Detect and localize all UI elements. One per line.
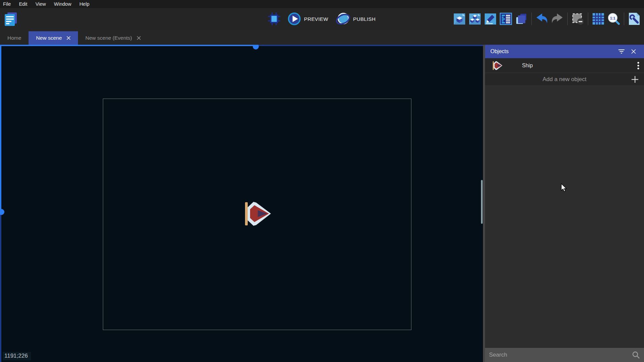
filter-icon[interactable] (616, 46, 627, 57)
close-tab-icon[interactable] (67, 36, 71, 40)
tab-new-scene[interactable]: New scene (29, 31, 78, 45)
objects-panel: Objects Ship Add a new obje (485, 45, 644, 362)
tab-new-scene-label: New scene (36, 35, 62, 41)
tab-home[interactable]: Home (0, 31, 29, 45)
undo-icon (535, 13, 549, 25)
object-name: Ship (522, 63, 637, 69)
properties-pencil-icon (484, 12, 497, 26)
canvas-vscrollbar[interactable] (0, 45, 1, 212)
canvas-hscrollbar[interactable] (256, 45, 483, 46)
toggle-grid-button[interactable] (591, 11, 606, 27)
menu-bar: File Edit View Window Help (0, 0, 644, 8)
menu-view[interactable]: View (31, 0, 50, 8)
deselect-instances-button[interactable] (570, 11, 586, 27)
objects-panel-empty-area (485, 86, 644, 348)
open-objects-editor-button[interactable] (452, 11, 467, 27)
menu-edit[interactable]: Edit (15, 0, 31, 8)
toolbar-divider (531, 12, 532, 25)
scene-editor-canvas[interactable]: 1191;226 (0, 45, 483, 362)
object-search-input[interactable] (489, 352, 632, 358)
debugger-button[interactable] (267, 11, 282, 27)
toolbar-divider (624, 12, 624, 25)
open-layers-button[interactable] (514, 11, 529, 27)
ship-thumbnail-icon (492, 61, 502, 71)
editor-tab-bar: Home New scene New scene (Events) (0, 30, 644, 45)
canvas-hscrollbar-thumb[interactable] (253, 45, 259, 49)
main-toolbar: PREVIEW PUBLISH (0, 8, 644, 30)
objects-panel-header: Objects (485, 45, 644, 58)
add-object-button[interactable]: Add a new object (485, 73, 644, 86)
canvas-vscrollbar-thumb[interactable] (0, 209, 4, 215)
plus-icon (631, 76, 639, 83)
objects-editor-icon (453, 12, 466, 26)
toolbar-divider (588, 12, 588, 25)
canvas-right-scrollbar-thumb[interactable] (481, 180, 483, 224)
project-manager-icon (3, 12, 17, 27)
tab-new-scene-events-label: New scene (Events) (85, 35, 132, 41)
svg-text:1:1: 1:1 (610, 16, 615, 20)
object-list-item-ship[interactable]: Ship (485, 58, 644, 73)
instances-list-icon (499, 12, 513, 26)
close-tab-icon[interactable] (137, 36, 141, 40)
publish-globe-icon (335, 11, 350, 26)
menu-window[interactable]: Window (50, 0, 76, 8)
open-settings-button[interactable] (627, 11, 642, 27)
preview-label: PREVIEW (304, 16, 328, 22)
close-panel-icon[interactable] (629, 46, 639, 57)
tab-home-label: Home (7, 35, 21, 41)
canvas-vscrollbar[interactable] (0, 212, 1, 362)
add-object-label: Add a new object (542, 76, 586, 83)
cursor-coordinates: 1191;226 (3, 352, 31, 360)
open-object-groups-button[interactable] (467, 11, 483, 27)
toolbar-divider (567, 12, 568, 25)
ship-instance[interactable] (242, 200, 271, 227)
layers-icon (515, 12, 528, 26)
debugger-icon (268, 12, 281, 26)
canvas-hscrollbar[interactable] (0, 45, 256, 46)
search-icon (632, 351, 640, 359)
settings-wrench-icon (628, 12, 641, 26)
objects-panel-title: Objects (490, 48, 509, 55)
publish-label: PUBLISH (353, 16, 375, 22)
object-search-bar (485, 348, 644, 362)
object-menu-kebab-icon[interactable] (637, 62, 639, 70)
zoom-1-1-icon: 1:1 (607, 12, 620, 26)
preview-button[interactable]: PREVIEW (285, 10, 330, 27)
open-instances-list-button[interactable] (498, 11, 514, 27)
menu-file[interactable]: File (0, 0, 15, 8)
redo-button[interactable] (550, 11, 565, 27)
project-manager-button[interactable] (3, 11, 18, 28)
deselect-icon (571, 12, 585, 26)
zoom-original-button[interactable]: 1:1 (606, 11, 621, 27)
publish-button[interactable]: PUBLISH (333, 10, 377, 28)
grid-icon (592, 12, 605, 26)
open-properties-button[interactable] (483, 11, 498, 27)
preview-play-icon (287, 12, 301, 26)
tab-new-scene-events[interactable]: New scene (Events) (78, 31, 148, 45)
redo-icon (551, 13, 564, 25)
undo-button[interactable] (534, 11, 550, 27)
menu-help[interactable]: Help (75, 0, 93, 8)
object-groups-icon (468, 12, 482, 26)
